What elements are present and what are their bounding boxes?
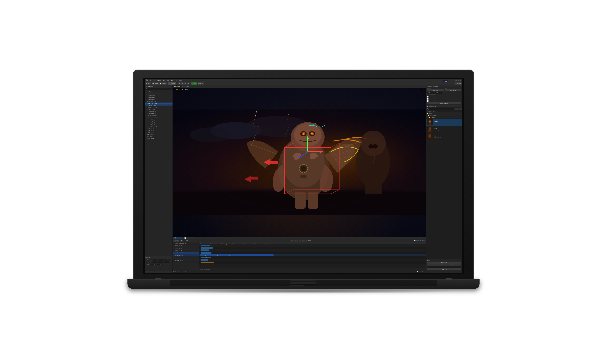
content-button[interactable]: 📁 Content (152, 82, 159, 85)
tree-item[interactable]: ▶ middle_metacarpal_ctrl (145, 93, 172, 95)
key-equals[interactable] (313, 282, 315, 283)
perspective-badge[interactable]: Perspective (173, 88, 180, 90)
pose-item-1[interactable]: Attack_R Control Rig Pose × (426, 118, 462, 126)
select-actor-parent-btn[interactable]: Select Actor (445, 90, 462, 91)
seq-track-row[interactable]: ▶ handknot02_ctrl (173, 254, 199, 257)
key-3[interactable] (295, 282, 297, 283)
key-f8[interactable] (306, 280, 308, 282)
paste-pose-btn[interactable]: Paste Pose (427, 262, 461, 263)
scale-tool[interactable]: ⊞ (187, 82, 189, 85)
seq-track-row[interactable]: ▶ arm_r_fk_ctrl_ctrl (173, 259, 199, 261)
blueprints-button[interactable]: 📋 Blueprints (159, 82, 167, 85)
pose-folder-characters[interactable]: 📁 Characters (426, 117, 462, 118)
seq-track-row[interactable]: ▶ mobile_metacarpal_ctrl (173, 242, 199, 245)
key-space[interactable] (290, 285, 304, 286)
tree-item[interactable]: handknot02_ctrl (145, 112, 172, 114)
pose-add-btn[interactable]: + (455, 108, 457, 110)
key-9[interactable] (307, 282, 309, 283)
seq-track-btn[interactable]: + TRACK (173, 240, 179, 242)
close-button[interactable]: × (460, 80, 461, 81)
rotate-tool[interactable]: ↻ (184, 82, 186, 85)
lit-badge[interactable]: LB (181, 88, 184, 90)
key-w[interactable] (294, 283, 296, 284)
key-y[interactable] (302, 283, 304, 284)
play-button[interactable]: ▶ Play (191, 82, 197, 85)
select-co-btn[interactable]: Select Co (427, 268, 461, 271)
tree-item[interactable]: ▶ male_01_ctrl (145, 91, 172, 93)
key-f2[interactable] (294, 280, 296, 282)
key-f6[interactable] (302, 280, 304, 282)
key-f3[interactable] (296, 280, 298, 282)
tree-item[interactable]: lowerarm_r_fk_ctrl (145, 106, 172, 108)
key-tilde[interactable] (290, 282, 291, 283)
menu-file[interactable]: File (150, 80, 152, 81)
key-r[interactable] (298, 283, 300, 284)
menu-edit[interactable]: Edit (153, 80, 155, 81)
key-f11[interactable] (312, 280, 314, 282)
key-rbracket[interactable] (314, 283, 316, 284)
minus-btn[interactable]: Minus (444, 264, 462, 266)
actor-field-2[interactable]: 0000 (435, 92, 442, 93)
tree-item[interactable]: middle_01_ctrl (145, 95, 172, 97)
snap-rotation-check[interactable] (427, 98, 429, 100)
key-tab[interactable] (290, 283, 292, 284)
channel-value-s2[interactable]: 1.0 (157, 263, 162, 265)
seq-track-row[interactable]: ▶ mobile_03_ctrl (173, 249, 199, 252)
seq-loop[interactable]: ↺ (304, 240, 307, 242)
seq-timeline[interactable]: 0 100 200 300 (199, 242, 426, 271)
snap-animation-btn[interactable]: Snap Animation (427, 102, 461, 104)
menu-window[interactable]: Window (157, 80, 161, 81)
tree-item[interactable]: index_01_ctrl (145, 128, 172, 130)
maximize-button[interactable]: □ (458, 80, 459, 81)
show-badge[interactable]: Show (185, 88, 189, 90)
key-i[interactable] (306, 283, 308, 284)
menu-build[interactable]: Build (167, 80, 169, 81)
tree-item[interactable]: arm_fk_switch (145, 137, 172, 139)
tree-item[interactable]: ▶ fingers_r_space (145, 118, 172, 120)
tree-item[interactable]: index_metacarpal_ctrl (145, 126, 172, 128)
tree-item[interactable]: thumb_03_ctrl (145, 124, 172, 126)
key-e[interactable] (296, 283, 298, 284)
pose-filter-btn[interactable]: ▽ (457, 108, 459, 110)
seq-track-row[interactable]: ▶ mobile_01_ctrl (173, 245, 199, 247)
key-p[interactable] (310, 283, 312, 284)
seq-play-end[interactable]: ⏭ (302, 240, 304, 242)
seq-track-row-selected[interactable]: ▶ handknot01_ctrl (173, 252, 199, 254)
tree-item[interactable]: upperarm_r_fk_ctrl (145, 104, 172, 106)
key-7[interactable] (303, 282, 305, 283)
key-2[interactable] (293, 282, 295, 283)
key-4[interactable] (297, 282, 299, 283)
tool-status[interactable]: Tool (185, 271, 187, 272)
key-f5[interactable] (300, 280, 302, 282)
tree-item[interactable]: thumbknot_01_ctrl (145, 101, 172, 103)
pose-item-2[interactable]: Fall_1 Control Rig Pose (426, 126, 462, 133)
tree-item[interactable]: arm_r_switch (145, 136, 172, 137)
tree-item[interactable]: upperArmMisc_ctrl (145, 114, 172, 116)
key-f1[interactable] (292, 280, 294, 282)
search-field[interactable]: 🔍 Search + ⊕ 🔒 × (145, 88, 172, 90)
key-8[interactable] (305, 282, 307, 283)
channel-value-r3[interactable]: 45.74 (164, 261, 169, 263)
create-button[interactable]: + Create (145, 82, 151, 85)
tree-item[interactable]: handknot01_ctrl (145, 110, 172, 112)
tree-item[interactable]: middle_02_ctrl (145, 97, 172, 99)
key-u[interactable] (304, 283, 306, 284)
sequencer-tab[interactable]: 🎬 Sequencer (173, 237, 183, 239)
menu-tools[interactable]: Tools (162, 80, 165, 81)
key-t[interactable] (300, 283, 302, 284)
move-tool[interactable]: ✛ (181, 82, 184, 85)
seq-track-row[interactable]: ▶ mobile_02_ctrl (173, 247, 199, 249)
seq-play-prev[interactable]: ⏴ (293, 240, 296, 242)
seq-play-next[interactable]: ⏵ (299, 240, 301, 242)
filter-icon[interactable]: ▽ (171, 86, 172, 87)
select-tool[interactable]: ⊕ (178, 82, 181, 85)
key-esc[interactable] (290, 280, 292, 282)
channel-value-r2[interactable]: 15.70 (158, 261, 163, 263)
key-backspace[interactable] (315, 282, 317, 283)
key-f4[interactable] (298, 280, 300, 282)
key-6[interactable] (301, 282, 303, 283)
tree-item[interactable]: middle_03_ctrl (145, 99, 172, 101)
tree-item[interactable]: thumb_01_ctrl (145, 120, 172, 122)
key-0[interactable] (309, 282, 311, 283)
tree-item[interactable]: middle_01_ctrl (145, 134, 172, 136)
